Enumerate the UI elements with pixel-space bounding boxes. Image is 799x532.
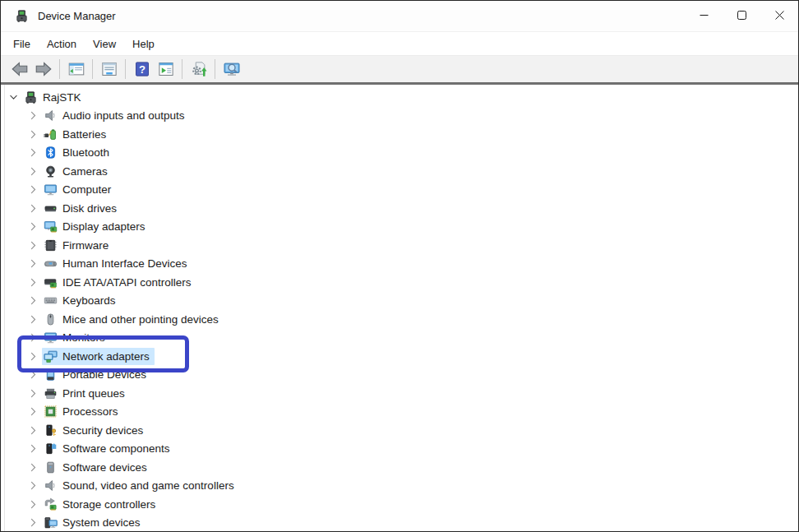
- tree-item-cameras[interactable]: Cameras: [1, 162, 798, 181]
- tree-item-content: Network adapters: [42, 348, 155, 365]
- tree-item-label: Software components: [62, 442, 170, 455]
- chevron-down-icon[interactable]: [8, 90, 19, 104]
- tree-item-software-components[interactable]: Software components: [1, 440, 798, 459]
- chevron-right-icon[interactable]: [28, 368, 39, 382]
- tree-item-content: Display adapters: [42, 218, 150, 235]
- tree-item-system-devices[interactable]: System devices: [1, 514, 798, 532]
- tree-item-label: Cameras: [62, 165, 108, 178]
- chevron-right-icon[interactable]: [28, 109, 39, 123]
- toolbar-separator: [182, 59, 182, 79]
- tree-item-label: Software devices: [62, 461, 147, 474]
- toolbar-show-action-pane-button[interactable]: [155, 58, 177, 80]
- tree-item-batteries[interactable]: Batteries: [1, 125, 798, 144]
- tree-item-content: Sound, video and game controllers: [42, 477, 239, 494]
- tree-item-storage-controllers[interactable]: Storage controllers: [1, 495, 798, 514]
- tree-item-label: System devices: [62, 516, 141, 529]
- chevron-right-icon[interactable]: [28, 405, 39, 419]
- system-icon: [44, 516, 58, 530]
- printer-icon: [44, 386, 58, 400]
- chevron-right-icon[interactable]: [28, 497, 39, 511]
- chevron-right-icon[interactable]: [28, 201, 39, 215]
- chevron-right-icon[interactable]: [28, 127, 39, 141]
- tree-item-processors[interactable]: Processors: [1, 403, 798, 422]
- chevron-right-icon[interactable]: [28, 460, 39, 474]
- network-icon: [44, 349, 58, 363]
- chevron-right-icon[interactable]: [28, 386, 39, 400]
- maximize-icon: [737, 10, 746, 22]
- chevron-right-icon[interactable]: [28, 331, 39, 345]
- chevron-right-icon[interactable]: [28, 164, 39, 178]
- tree-item-content: Print queues: [42, 385, 130, 402]
- tree-item-computer[interactable]: Computer: [1, 181, 798, 200]
- tree-item-sound-video-and-game-controllers[interactable]: Sound, video and game controllers: [1, 477, 798, 496]
- menu-file[interactable]: File: [5, 35, 39, 53]
- storage-icon: [44, 497, 58, 511]
- tree-item-human-interface-devices[interactable]: Human Interface Devices: [1, 255, 798, 274]
- tree-item-label: Firmware: [62, 239, 109, 252]
- chevron-right-icon[interactable]: [28, 220, 39, 234]
- tree-item-label: Audio inputs and outputs: [62, 109, 185, 122]
- chevron-right-icon[interactable]: [28, 312, 39, 326]
- tree-item-label: Computer: [62, 183, 111, 196]
- keyboard-icon: [44, 294, 58, 308]
- chevron-right-icon[interactable]: [28, 479, 39, 493]
- toolbar-back-button[interactable]: [8, 58, 30, 80]
- chevron-right-icon[interactable]: [28, 238, 39, 252]
- tree-item-keyboards[interactable]: Keyboards: [1, 292, 798, 311]
- tree-item-network-adapters[interactable]: Network adapters: [1, 347, 798, 366]
- tree-item-disk-drives[interactable]: Disk drives: [1, 199, 798, 218]
- forward-arrow-icon: [35, 61, 52, 77]
- chevron-right-icon[interactable]: [28, 183, 39, 197]
- tree-item-content: Security devices: [42, 422, 148, 439]
- help-icon: ?: [134, 61, 150, 77]
- tree-item-print-queues[interactable]: Print queues: [1, 384, 798, 403]
- tree-item-software-devices[interactable]: Software devices: [1, 458, 798, 477]
- scan-hardware-icon: [191, 61, 207, 77]
- chevron-right-icon[interactable]: [28, 349, 39, 363]
- tree-item-content: Mice and other pointing devices: [42, 311, 224, 328]
- toolbar-help-button[interactable]: ?: [131, 58, 153, 80]
- monitor-icon: [44, 331, 58, 345]
- chevron-right-icon[interactable]: [28, 275, 39, 289]
- tree-item-monitors[interactable]: Monitors: [1, 329, 798, 348]
- toolbar-separator: [215, 59, 215, 79]
- chevron-right-icon[interactable]: [28, 257, 39, 271]
- minimize-button[interactable]: [685, 1, 723, 31]
- tree-item-label: Monitors: [62, 331, 105, 344]
- menu-view[interactable]: View: [85, 35, 124, 53]
- ide-icon: [44, 275, 58, 289]
- software-device-icon: [44, 460, 58, 474]
- toolbar-properties-button[interactable]: [98, 58, 120, 80]
- toolbar-device-search-button[interactable]: [220, 58, 242, 80]
- maximize-button[interactable]: [723, 1, 760, 31]
- tree-item-rajstk[interactable]: RajSTK: [1, 88, 798, 107]
- menu-help[interactable]: Help: [124, 35, 163, 53]
- chevron-right-icon[interactable]: [28, 146, 39, 160]
- close-button[interactable]: [760, 1, 798, 31]
- tree-item-label: Processors: [62, 405, 118, 418]
- chevron-right-icon[interactable]: [28, 423, 39, 437]
- chevron-right-icon[interactable]: [28, 442, 39, 456]
- title-bar: Device Manager: [1, 1, 798, 32]
- tree-item-ide-ata-atapi-controllers[interactable]: IDE ATA/ATAPI controllers: [1, 273, 798, 292]
- tree-item-firmware[interactable]: Firmware: [1, 236, 798, 255]
- tree-item-content: Disk drives: [42, 200, 122, 217]
- properties-icon: [101, 61, 118, 77]
- toolbar-scan-hardware-changes-button[interactable]: [187, 58, 210, 80]
- mouse-icon: [44, 312, 58, 326]
- toolbar-forward-button[interactable]: [32, 58, 54, 80]
- tree-item-mice-and-other-pointing-devices[interactable]: Mice and other pointing devices: [1, 310, 798, 329]
- tree-item-label: Sound, video and game controllers: [62, 479, 234, 492]
- chevron-right-icon[interactable]: [28, 294, 39, 308]
- tree-item-bluetooth[interactable]: Bluetooth: [1, 144, 798, 163]
- tree-item-audio-inputs-and-outputs[interactable]: Audio inputs and outputs: [1, 107, 798, 126]
- tree-item-display-adapters[interactable]: Display adapters: [1, 218, 798, 237]
- tree-item-security-devices[interactable]: Security devices: [1, 421, 798, 440]
- menu-action[interactable]: Action: [39, 35, 85, 53]
- toolbar-separator: [125, 59, 126, 79]
- toolbar-show-console-tree-button[interactable]: [65, 58, 87, 80]
- tree-item-content: Portable Devices: [42, 366, 151, 383]
- action-pane-icon: [158, 61, 174, 77]
- chevron-right-icon[interactable]: [28, 516, 39, 530]
- tree-item-portable-devices[interactable]: Portable Devices: [1, 366, 798, 385]
